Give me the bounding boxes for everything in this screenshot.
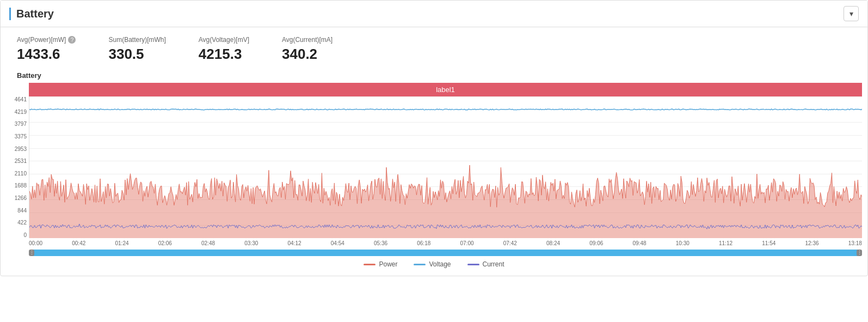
x-label: 04:12 bbox=[288, 240, 301, 246]
metric-value: 1433.6 bbox=[17, 46, 76, 63]
panel-title: Battery bbox=[9, 8, 54, 20]
x-label: 10:30 bbox=[676, 240, 690, 246]
x-label: 00:00 bbox=[29, 240, 42, 246]
x-label: 06:18 bbox=[417, 240, 430, 246]
y-label: 2531 bbox=[15, 158, 27, 164]
metrics-row: Avg(Power)[mW]? 1433.6 Sum(Battery)[mWh]… bbox=[1, 27, 867, 68]
legend-item-voltage: Voltage bbox=[414, 260, 451, 268]
scrollbar-handle-left[interactable]: ⋮ bbox=[29, 250, 34, 256]
chart-svg bbox=[29, 96, 862, 238]
y-label: 4219 bbox=[15, 109, 27, 115]
x-label: 08:24 bbox=[546, 240, 560, 246]
metric-label: Sum(Battery)[mWh] bbox=[108, 36, 165, 44]
legend-label: Voltage bbox=[429, 260, 451, 268]
x-label: 04:54 bbox=[331, 240, 344, 246]
y-axis: 4641421937973375295325312110168812668444… bbox=[6, 96, 29, 238]
x-label: 07:00 bbox=[460, 240, 474, 246]
chart-container: label1 464142193797337529532531211016881… bbox=[6, 83, 862, 256]
y-label: 1688 bbox=[15, 183, 27, 189]
scrollbar-thumb[interactable] bbox=[29, 250, 862, 256]
panel-menu-button[interactable]: ▾ bbox=[844, 6, 859, 21]
battery-panel: Battery ▾ Avg(Power)[mW]? 1433.6 Sum(Bat… bbox=[0, 0, 868, 276]
metric-avg-current: Avg(Current)[mA] 340.2 bbox=[282, 36, 333, 63]
x-label: 09:06 bbox=[589, 240, 603, 246]
legend-label: Power bbox=[379, 260, 397, 268]
y-label: 2953 bbox=[15, 146, 27, 152]
x-label: 11:54 bbox=[762, 240, 775, 246]
label-bar: label1 bbox=[29, 83, 862, 96]
x-label: 11:12 bbox=[719, 240, 732, 246]
y-label: 2110 bbox=[15, 171, 27, 177]
x-label: 05:36 bbox=[374, 240, 387, 246]
legend-item-power: Power bbox=[364, 260, 397, 268]
legend-label: Current bbox=[483, 260, 504, 268]
voltage-line bbox=[29, 109, 862, 110]
metric-avg-voltage: Avg(Voltage)[mV] 4215.3 bbox=[199, 36, 249, 63]
y-label: 422 bbox=[17, 220, 27, 226]
y-label: 844 bbox=[17, 208, 27, 214]
x-label: 01:24 bbox=[115, 240, 129, 246]
x-label: 07:42 bbox=[503, 240, 517, 246]
metric-label: Avg(Power)[mW]? bbox=[17, 36, 76, 44]
chart-section-title: Battery bbox=[6, 68, 862, 83]
metric-value: 4215.3 bbox=[199, 46, 249, 63]
x-label: 12:36 bbox=[805, 240, 819, 246]
legend-color bbox=[467, 264, 479, 265]
y-label: 3797 bbox=[15, 121, 27, 127]
chart-section: Battery label1 4641421937973375295325312… bbox=[1, 68, 867, 276]
x-label: 02:48 bbox=[201, 240, 215, 246]
help-icon[interactable]: ? bbox=[68, 36, 76, 44]
legend-color bbox=[414, 264, 426, 265]
panel-header: Battery ▾ bbox=[1, 1, 867, 27]
y-label: 4641 bbox=[15, 96, 27, 102]
scrollbar-handle-right[interactable]: ⋮ bbox=[857, 250, 862, 256]
metric-sum-battery: Sum(Battery)[mWh] 330.5 bbox=[108, 36, 165, 63]
y-label: 0 bbox=[23, 232, 27, 238]
legend-item-current: Current bbox=[467, 260, 504, 268]
metric-label: Avg(Current)[mA] bbox=[282, 36, 333, 44]
x-label: 13:18 bbox=[848, 240, 862, 246]
legend-color bbox=[364, 264, 375, 265]
legend: PowerVoltageCurrent bbox=[6, 256, 862, 270]
y-label: 1266 bbox=[15, 195, 27, 201]
x-label: 02:06 bbox=[158, 240, 172, 246]
x-label: 00:42 bbox=[72, 240, 85, 246]
metric-avg-power: Avg(Power)[mW]? 1433.6 bbox=[17, 36, 76, 63]
scrollbar-track[interactable]: ⋮ ⋮ bbox=[29, 250, 862, 256]
y-label: 3375 bbox=[15, 133, 27, 139]
x-label: 03:30 bbox=[244, 240, 258, 246]
x-axis: 00:0000:4201:2402:0602:4803:3004:1204:54… bbox=[6, 238, 862, 248]
metric-value: 330.5 bbox=[108, 46, 165, 63]
metric-label: Avg(Voltage)[mV] bbox=[199, 36, 249, 44]
metric-value: 340.2 bbox=[282, 46, 333, 63]
chart-area: 4641421937973375295325312110168812668444… bbox=[6, 96, 862, 238]
x-label: 09:48 bbox=[633, 240, 647, 246]
chart-plot[interactable] bbox=[29, 96, 862, 238]
